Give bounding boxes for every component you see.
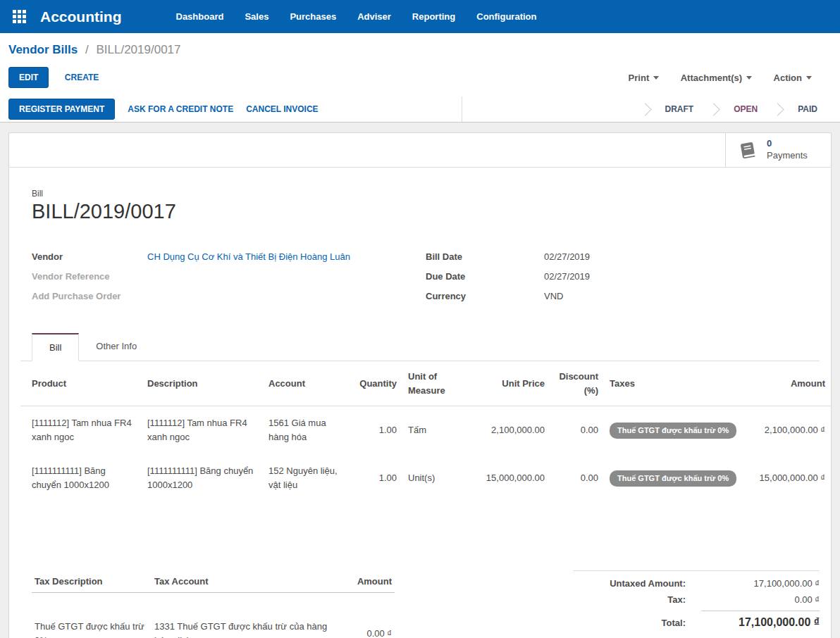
due-date-value: 02/27/2019 xyxy=(544,271,590,282)
apps-grid-icon[interactable] xyxy=(13,10,26,23)
cell-amount: 2,100,000.00 ₫ xyxy=(742,406,831,455)
lines-header-row: Product Description Account Quantity Uni… xyxy=(20,361,831,406)
col-description: Description xyxy=(142,361,263,406)
table-row: Thuế GTGT được khấu trừ 0% 1331 Thuế GTG… xyxy=(32,592,395,638)
cell-tax-account: 1331 Thuế GTGT được khấu trừ của hàng hó… xyxy=(152,592,331,638)
register-payment-button[interactable]: REGISTER PAYMENT xyxy=(8,99,115,120)
action-dropdown[interactable]: Action xyxy=(774,73,812,83)
cell-unit-price: 2,100,000.00 xyxy=(470,406,550,455)
statusbar-divider xyxy=(462,96,462,122)
ask-credit-note-button[interactable]: ASK FOR A CREDIT NOTE xyxy=(128,104,233,114)
cell-tax-description: Thuế GTGT được khấu trừ 0% xyxy=(32,592,152,638)
payments-count: 0 xyxy=(767,138,808,150)
control-panel: Vendor Bills / BILL/2019/0017 EDIT CREAT… xyxy=(0,33,840,123)
cp-left-buttons: EDIT CREATE xyxy=(8,67,99,88)
add-purchase-order-label[interactable]: Add Purchase Order xyxy=(32,291,147,301)
due-date-label: Due Date xyxy=(426,271,544,282)
vendor-link[interactable]: CH Dụng Cụ Cơ Khí và Thiết Bị Điện Hoàng… xyxy=(147,251,350,262)
sheet-button-box: 0 Payments xyxy=(9,133,831,168)
cell-description: [1111112] Tam nhua FR4 xanh ngoc xyxy=(142,406,263,455)
col-tax-account: Tax Account xyxy=(152,570,331,593)
nav-item-sales[interactable]: Sales xyxy=(245,11,268,22)
print-dropdown-label: Print xyxy=(629,73,650,83)
nav-item-purchases[interactable]: Purchases xyxy=(290,11,336,22)
totals-block: Untaxed Amount: 17,100,000.00 ₫ Tax: 0.0… xyxy=(573,570,820,638)
bill-number-title: BILL/2019/0017 xyxy=(32,200,820,223)
col-tax-amount: Amount xyxy=(331,570,395,593)
total-value: 17,100,000.00 ₫ xyxy=(701,611,820,629)
invoice-lines-table: Product Description Account Quantity Uni… xyxy=(20,361,831,503)
cancel-invoice-button[interactable]: CANCEL INVOICE xyxy=(246,104,318,114)
top-nav: Accounting Dashboard Sales Purchases Adv… xyxy=(0,0,840,33)
vendor-reference-label: Vendor Reference xyxy=(32,271,147,282)
payments-label: Payments xyxy=(767,150,808,162)
cell-quantity: 1.00 xyxy=(345,454,402,502)
notebook-tabs: Bill Other Info xyxy=(20,333,820,361)
breadcrumb: Vendor Bills / BILL/2019/0017 xyxy=(0,33,840,61)
fields-left-column: Vendor CH Dụng Cụ Cơ Khí và Thiết Bị Điệ… xyxy=(32,251,426,311)
tax-summary-table: Tax Description Tax Account Amount Thuế … xyxy=(32,570,395,638)
app-title[interactable]: Accounting xyxy=(40,8,122,25)
cell-uom: Tấm xyxy=(402,406,470,455)
field-groups: Vendor CH Dụng Cụ Cơ Khí và Thiết Bị Điệ… xyxy=(32,251,820,311)
statusbar-buttons: REGISTER PAYMENT ASK FOR A CREDIT NOTE C… xyxy=(0,99,319,120)
tab-other-info[interactable]: Other Info xyxy=(79,333,154,361)
fields-right-column: Bill Date 02/27/2019 Due Date 02/27/2019… xyxy=(426,251,820,311)
bill-date-value: 02/27/2019 xyxy=(544,251,590,262)
col-amount: Amount xyxy=(742,361,831,406)
cell-unit-price: 15,000,000.00 xyxy=(470,454,550,502)
col-discount: Discount (%) xyxy=(550,361,604,406)
vendor-label: Vendor xyxy=(32,251,147,262)
state-open[interactable]: OPEN xyxy=(718,104,773,114)
currency-label: Currency xyxy=(426,291,544,301)
print-dropdown[interactable]: Print xyxy=(629,73,660,83)
col-taxes: Taxes xyxy=(604,361,742,406)
table-row[interactable]: [1111111111] Băng chuyển 1000x1200 [1111… xyxy=(20,454,831,502)
untaxed-amount-label: Untaxed Amount: xyxy=(610,578,686,589)
cell-description: [1111111111] Băng chuyển 1000x1200 xyxy=(142,454,263,502)
bill-form-sheet: 0 Payments Bill BILL/2019/0017 Vendor CH… xyxy=(8,132,832,638)
cell-account: 152 Nguyên liệu, vật liệu xyxy=(263,454,345,502)
state-paid[interactable]: PAID xyxy=(782,104,833,114)
cell-product: [1111112] Tam nhua FR4 xanh ngoc xyxy=(20,406,142,455)
nav-item-adviser[interactable]: Adviser xyxy=(357,11,391,22)
statusbar-states: DRAFT OPEN PAID xyxy=(641,96,840,122)
cell-amount: 15,000,000.00 ₫ xyxy=(742,454,831,502)
journal-book-icon xyxy=(737,140,758,160)
cell-discount: 0.00 xyxy=(550,454,604,502)
attachments-dropdown-label: Attachment(s) xyxy=(681,73,742,83)
tax-total-label: Tax: xyxy=(667,594,686,605)
nav-item-dashboard[interactable]: Dashboard xyxy=(176,11,224,22)
tax-header-row: Tax Description Tax Account Amount xyxy=(32,570,395,593)
cell-quantity: 1.00 xyxy=(345,406,402,455)
chevron-down-icon xyxy=(806,76,812,80)
total-label: Total: xyxy=(662,618,686,628)
cell-product: [1111111111] Băng chuyển 1000x1200 xyxy=(20,454,142,502)
attachments-dropdown[interactable]: Attachment(s) xyxy=(681,73,752,83)
create-button[interactable]: CREATE xyxy=(65,73,99,82)
col-uom: Unit of Measure xyxy=(402,361,470,406)
nav-item-configuration[interactable]: Configuration xyxy=(476,11,536,22)
tax-badge: Thuế GTGT được khấu trừ 0% xyxy=(610,423,736,439)
action-dropdown-label: Action xyxy=(774,73,802,83)
cell-uom: Unit(s) xyxy=(402,454,470,502)
cell-account: 1561 Giá mua hàng hóa xyxy=(263,406,345,455)
chevron-down-icon xyxy=(746,76,752,80)
chevron-down-icon xyxy=(653,76,659,80)
nav-item-reporting[interactable]: Reporting xyxy=(412,11,455,22)
tax-total-value: 0.00 ₫ xyxy=(701,594,820,605)
breadcrumb-vendor-bills-link[interactable]: Vendor Bills xyxy=(8,43,78,56)
col-unit-price: Unit Price xyxy=(470,361,550,406)
state-draft[interactable]: DRAFT xyxy=(650,104,710,114)
col-product: Product xyxy=(20,361,142,406)
status-bar: REGISTER PAYMENT ASK FOR A CREDIT NOTE C… xyxy=(0,96,840,123)
tab-bill[interactable]: Bill xyxy=(32,333,79,361)
currency-value: VND xyxy=(544,291,563,301)
page-background: 0 Payments Bill BILL/2019/0017 Vendor CH… xyxy=(0,123,840,638)
cp-right-dropdowns: Print Attachment(s) Action xyxy=(610,71,812,84)
payments-smart-button[interactable]: 0 Payments xyxy=(725,133,831,167)
bill-type-label: Bill xyxy=(32,189,820,199)
table-row[interactable]: [1111112] Tam nhua FR4 xanh ngoc [111111… xyxy=(20,406,831,455)
edit-button[interactable]: EDIT xyxy=(8,67,49,88)
bill-date-label: Bill Date xyxy=(426,251,544,262)
